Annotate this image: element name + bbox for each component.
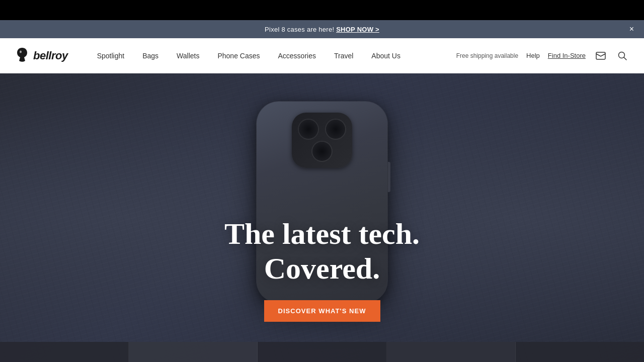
camera-lens-1	[299, 120, 318, 139]
mail-icon-button[interactable]	[594, 50, 608, 62]
strip-segment-4	[387, 342, 516, 362]
announcement-banner: Pixel 8 cases are here! SHOP NOW > ×	[0, 20, 644, 38]
nav-item-bags[interactable]: Bags	[133, 38, 168, 73]
site-header: bellroy Spotlight Bags Wallets Phone Cas…	[0, 38, 644, 73]
logo-text: bellroy	[33, 49, 68, 62]
hero-content: The latest tech. Covered. DISCOVER WHAT'…	[171, 217, 473, 322]
nav-item-phone-cases[interactable]: Phone Cases	[208, 38, 269, 73]
hero-section: The latest tech. Covered. DISCOVER WHAT'…	[0, 73, 644, 362]
phone-side-button	[388, 162, 390, 192]
logo-link[interactable]: bellroy	[15, 47, 68, 65]
camera-lens-2	[326, 120, 345, 139]
nav-item-spotlight[interactable]: Spotlight	[88, 38, 133, 73]
strip-segment-2	[129, 342, 258, 362]
camera-module	[292, 113, 352, 168]
help-link[interactable]: Help	[526, 52, 540, 59]
svg-line-3	[624, 57, 626, 60]
strip-segment-3	[258, 342, 386, 362]
hero-title: The latest tech. Covered.	[171, 217, 473, 286]
find-in-store-link[interactable]: Find In-Store	[548, 52, 586, 59]
bellroy-logo-icon	[15, 47, 29, 65]
strip-segment-5	[516, 342, 644, 362]
header-right-actions: Free shipping available Help Find In-Sto…	[456, 49, 629, 62]
nav-item-travel[interactable]: Travel	[325, 38, 362, 73]
camera-lens-3	[312, 142, 332, 161]
main-navigation: Spotlight Bags Wallets Phone Cases Acces…	[88, 38, 456, 73]
discover-cta-button[interactable]: DISCOVER WHAT'S NEW	[264, 300, 380, 322]
nav-item-about-us[interactable]: About Us	[362, 38, 410, 73]
shipping-text: Free shipping available	[456, 52, 518, 59]
search-icon-button[interactable]	[616, 49, 629, 62]
nav-item-wallets[interactable]: Wallets	[168, 38, 208, 73]
nav-item-accessories[interactable]: Accessories	[269, 38, 325, 73]
announcement-close-button[interactable]: ×	[629, 25, 634, 33]
search-icon	[618, 51, 627, 60]
mail-icon	[596, 52, 606, 60]
announcement-text: Pixel 8 cases are here! SHOP NOW >	[265, 26, 379, 33]
announcement-cta[interactable]: SHOP NOW >	[336, 26, 379, 33]
strip-segment-1	[0, 342, 129, 362]
hero-bottom-strip	[0, 342, 644, 362]
svg-rect-1	[596, 52, 605, 59]
top-black-bar	[0, 0, 644, 20]
svg-point-0	[20, 50, 22, 53]
